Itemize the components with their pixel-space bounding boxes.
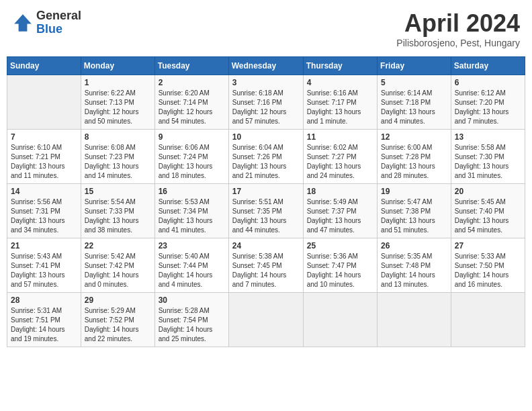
weekday-header-saturday: Saturday bbox=[451, 57, 525, 75]
calendar-cell: 20Sunrise: 5:45 AMSunset: 7:40 PMDayligh… bbox=[451, 184, 525, 238]
day-info: Sunrise: 6:18 AMSunset: 7:16 PMDaylight:… bbox=[232, 89, 300, 126]
calendar-header: SundayMondayTuesdayWednesdayThursdayFrid… bbox=[7, 57, 525, 75]
day-number: 8 bbox=[85, 132, 151, 142]
logo-blue: Blue bbox=[36, 23, 81, 36]
day-info: Sunrise: 5:35 AMSunset: 7:48 PMDaylight:… bbox=[381, 252, 447, 289]
calendar-cell: 25Sunrise: 5:36 AMSunset: 7:47 PMDayligh… bbox=[303, 238, 377, 293]
day-info: Sunrise: 6:08 AMSunset: 7:23 PMDaylight:… bbox=[85, 143, 151, 181]
day-info: Sunrise: 6:22 AMSunset: 7:13 PMDaylight:… bbox=[85, 89, 151, 126]
day-info: Sunrise: 5:56 AMSunset: 7:31 PMDaylight:… bbox=[11, 197, 77, 235]
calendar-cell: 6Sunrise: 6:12 AMSunset: 7:20 PMDaylight… bbox=[451, 75, 525, 130]
calendar-cell: 23Sunrise: 5:40 AMSunset: 7:44 PMDayligh… bbox=[154, 238, 228, 293]
calendar-cell bbox=[378, 293, 451, 347]
day-info: Sunrise: 5:31 AMSunset: 7:51 PMDaylight:… bbox=[11, 306, 77, 344]
day-info: Sunrise: 6:12 AMSunset: 7:20 PMDaylight:… bbox=[455, 89, 521, 126]
day-info: Sunrise: 6:04 AMSunset: 7:26 PMDaylight:… bbox=[232, 143, 300, 181]
calendar-cell: 29Sunrise: 5:29 AMSunset: 7:52 PMDayligh… bbox=[81, 293, 154, 347]
calendar-cell: 27Sunrise: 5:33 AMSunset: 7:50 PMDayligh… bbox=[451, 238, 525, 293]
day-number: 13 bbox=[455, 132, 521, 142]
day-info: Sunrise: 5:33 AMSunset: 7:50 PMDaylight:… bbox=[455, 252, 521, 289]
logo-text: General Blue bbox=[36, 9, 81, 36]
svg-marker-0 bbox=[14, 14, 32, 32]
weekday-header-monday: Monday bbox=[81, 57, 154, 75]
day-info: Sunrise: 5:58 AMSunset: 7:30 PMDaylight:… bbox=[455, 143, 521, 181]
day-info: Sunrise: 5:45 AMSunset: 7:40 PMDaylight:… bbox=[455, 197, 521, 235]
day-number: 5 bbox=[381, 78, 447, 87]
calendar-cell bbox=[303, 293, 377, 347]
logo-general: General bbox=[36, 9, 81, 23]
calendar-body: 1Sunrise: 6:22 AMSunset: 7:13 PMDaylight… bbox=[7, 75, 525, 347]
day-info: Sunrise: 5:36 AMSunset: 7:47 PMDaylight:… bbox=[307, 252, 373, 289]
calendar-week-row: 1Sunrise: 6:22 AMSunset: 7:13 PMDaylight… bbox=[7, 75, 525, 130]
calendar-cell: 14Sunrise: 5:56 AMSunset: 7:31 PMDayligh… bbox=[7, 184, 81, 238]
calendar-cell: 21Sunrise: 5:43 AMSunset: 7:41 PMDayligh… bbox=[7, 238, 81, 293]
day-info: Sunrise: 6:02 AMSunset: 7:27 PMDaylight:… bbox=[307, 143, 373, 181]
day-number: 7 bbox=[11, 132, 77, 142]
day-number: 25 bbox=[307, 241, 373, 250]
day-number: 18 bbox=[307, 187, 373, 196]
day-number: 1 bbox=[85, 78, 151, 87]
calendar-cell: 10Sunrise: 6:04 AMSunset: 7:26 PMDayligh… bbox=[228, 130, 303, 184]
calendar-cell: 30Sunrise: 5:28 AMSunset: 7:54 PMDayligh… bbox=[154, 293, 228, 347]
day-info: Sunrise: 6:06 AMSunset: 7:24 PMDaylight:… bbox=[159, 143, 225, 181]
day-number: 9 bbox=[159, 132, 225, 142]
day-info: Sunrise: 5:28 AMSunset: 7:54 PMDaylight:… bbox=[159, 306, 225, 344]
weekday-header-wednesday: Wednesday bbox=[228, 57, 303, 75]
day-info: Sunrise: 5:54 AMSunset: 7:33 PMDaylight:… bbox=[85, 197, 151, 235]
calendar-cell bbox=[451, 293, 525, 347]
weekday-header-row: SundayMondayTuesdayWednesdayThursdayFrid… bbox=[7, 57, 525, 75]
day-info: Sunrise: 6:14 AMSunset: 7:18 PMDaylight:… bbox=[381, 89, 447, 126]
day-number: 19 bbox=[381, 187, 447, 196]
day-info: Sunrise: 5:40 AMSunset: 7:44 PMDaylight:… bbox=[159, 252, 225, 289]
day-info: Sunrise: 5:49 AMSunset: 7:37 PMDaylight:… bbox=[307, 197, 373, 235]
day-info: Sunrise: 5:29 AMSunset: 7:52 PMDaylight:… bbox=[85, 306, 151, 344]
day-info: Sunrise: 6:00 AMSunset: 7:28 PMDaylight:… bbox=[381, 143, 447, 181]
calendar-cell: 5Sunrise: 6:14 AMSunset: 7:18 PMDaylight… bbox=[378, 75, 451, 130]
location-subtitle: Pilisborosjeno, Pest, Hungary bbox=[396, 38, 520, 48]
page-header: General Blue April 2024 Pilisborosjeno, … bbox=[7, 7, 525, 51]
day-number: 16 bbox=[159, 187, 225, 196]
calendar-table: SundayMondayTuesdayWednesdayThursdayFrid… bbox=[7, 56, 525, 347]
day-info: Sunrise: 5:42 AMSunset: 7:42 PMDaylight:… bbox=[85, 252, 151, 289]
day-number: 11 bbox=[307, 132, 373, 142]
day-number: 17 bbox=[232, 187, 300, 196]
day-info: Sunrise: 5:43 AMSunset: 7:41 PMDaylight:… bbox=[11, 252, 77, 289]
calendar-cell: 13Sunrise: 5:58 AMSunset: 7:30 PMDayligh… bbox=[451, 130, 525, 184]
day-info: Sunrise: 6:10 AMSunset: 7:21 PMDaylight:… bbox=[11, 143, 77, 181]
title-area: April 2024 Pilisborosjeno, Pest, Hungary bbox=[396, 9, 520, 48]
calendar-cell: 12Sunrise: 6:00 AMSunset: 7:28 PMDayligh… bbox=[378, 130, 451, 184]
weekday-header-sunday: Sunday bbox=[7, 57, 81, 75]
day-info: Sunrise: 5:38 AMSunset: 7:45 PMDaylight:… bbox=[232, 252, 300, 289]
calendar-cell bbox=[7, 75, 81, 130]
logo: General Blue bbox=[12, 9, 81, 36]
calendar-cell bbox=[228, 293, 303, 347]
day-number: 22 bbox=[85, 241, 151, 250]
calendar-cell: 3Sunrise: 6:18 AMSunset: 7:16 PMDaylight… bbox=[228, 75, 303, 130]
calendar-cell: 22Sunrise: 5:42 AMSunset: 7:42 PMDayligh… bbox=[81, 238, 154, 293]
day-number: 2 bbox=[159, 78, 225, 87]
calendar-cell: 8Sunrise: 6:08 AMSunset: 7:23 PMDaylight… bbox=[81, 130, 154, 184]
weekday-header-thursday: Thursday bbox=[303, 57, 377, 75]
day-info: Sunrise: 6:16 AMSunset: 7:17 PMDaylight:… bbox=[307, 89, 373, 126]
calendar-week-row: 7Sunrise: 6:10 AMSunset: 7:21 PMDaylight… bbox=[7, 130, 525, 184]
calendar-cell: 16Sunrise: 5:53 AMSunset: 7:34 PMDayligh… bbox=[154, 184, 228, 238]
day-number: 21 bbox=[11, 241, 77, 250]
calendar-week-row: 21Sunrise: 5:43 AMSunset: 7:41 PMDayligh… bbox=[7, 238, 525, 293]
day-number: 20 bbox=[455, 187, 521, 196]
calendar-cell: 24Sunrise: 5:38 AMSunset: 7:45 PMDayligh… bbox=[228, 238, 303, 293]
day-number: 10 bbox=[232, 132, 300, 142]
day-number: 15 bbox=[85, 187, 151, 196]
month-title: April 2024 bbox=[396, 9, 520, 38]
day-number: 3 bbox=[232, 78, 300, 87]
day-number: 28 bbox=[11, 295, 77, 305]
day-info: Sunrise: 5:47 AMSunset: 7:38 PMDaylight:… bbox=[381, 197, 447, 235]
day-info: Sunrise: 5:51 AMSunset: 7:35 PMDaylight:… bbox=[232, 197, 300, 235]
calendar-cell: 11Sunrise: 6:02 AMSunset: 7:27 PMDayligh… bbox=[303, 130, 377, 184]
day-number: 4 bbox=[307, 78, 373, 87]
calendar-cell: 7Sunrise: 6:10 AMSunset: 7:21 PMDaylight… bbox=[7, 130, 81, 184]
day-number: 30 bbox=[159, 295, 225, 305]
calendar-cell: 19Sunrise: 5:47 AMSunset: 7:38 PMDayligh… bbox=[378, 184, 451, 238]
day-number: 29 bbox=[85, 295, 151, 305]
calendar-week-row: 14Sunrise: 5:56 AMSunset: 7:31 PMDayligh… bbox=[7, 184, 525, 238]
day-number: 14 bbox=[11, 187, 77, 196]
